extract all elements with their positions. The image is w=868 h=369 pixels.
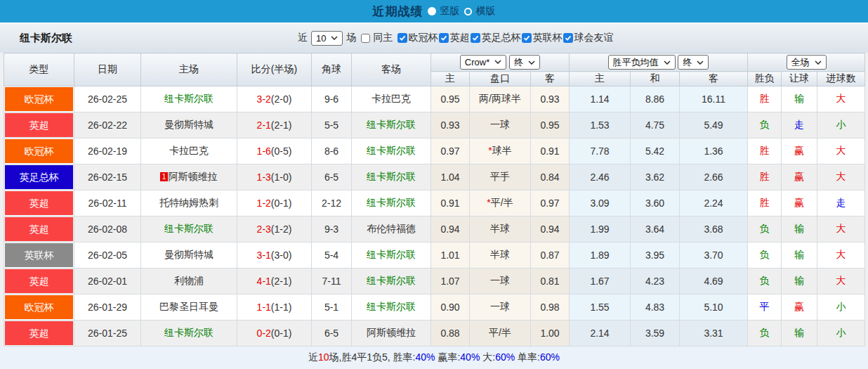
home-team-name: 纽卡斯尔联 — [164, 93, 213, 104]
summary-part: 近 — [308, 351, 318, 363]
avg-home-cell: 1.55 — [570, 294, 631, 321]
odds-home-cell: 0.93 — [431, 112, 470, 138]
table-row: 英超 26-02-22 曼彻斯特城 2-1(2-1) 5-5 纽卡斯尔联 0.9… — [4, 112, 865, 138]
summary-part: 10 — [318, 351, 329, 363]
avg-home-cell: 2.46 — [570, 164, 631, 190]
score-cell: 3-2(2-0) — [237, 86, 312, 112]
period-select[interactable]: 全场 — [787, 55, 827, 70]
halftime-score: (0-5) — [271, 145, 292, 157]
competition-label: 英超 — [449, 32, 469, 44]
date-cell: 26-02-22 — [74, 112, 141, 138]
layout-radio-horizontal-label[interactable]: 横版 — [476, 5, 496, 18]
avg-select[interactable]: 胜平负均值 — [608, 55, 676, 70]
same-home-label: 同主 — [373, 32, 393, 44]
avg-draw-cell: 3.59 — [631, 321, 680, 347]
bookmaker-select[interactable]: Crow* — [460, 55, 506, 70]
odds-away-cell: 1.00 — [531, 321, 570, 347]
halftime-score: (3-0) — [271, 250, 292, 261]
summary-bar: 近10场,胜4平1负5, 胜率:40% 赢率:40% 大:60% 单率:60% — [0, 347, 868, 369]
avg-away-cell: 1.36 — [680, 138, 748, 164]
competition-checkbox[interactable] — [471, 33, 480, 43]
handicap-text: 两/两球半 — [479, 93, 521, 104]
avg-home-cell: 7.78 — [570, 138, 631, 164]
competition-checkbox[interactable] — [522, 33, 532, 43]
odds-home-cell: 0.90 — [431, 294, 470, 321]
result-goals-cell: 大 — [817, 268, 865, 294]
away-team-name: 纽卡斯尔联 — [367, 119, 416, 130]
home-team-cell: 曼彻斯特城 — [141, 242, 237, 268]
away-team-name: 纽卡斯尔联 — [367, 171, 416, 182]
avg-draw-cell: 4.83 — [631, 294, 680, 321]
competition-label: 英联杯 — [532, 32, 562, 44]
filter-controls: 近 10 场 同主 欧冠杯英超英足总杯英联杯球会友谊 — [298, 31, 613, 46]
recent-label: 近 — [298, 32, 308, 44]
result-goals-cell: 大 — [817, 164, 865, 190]
fulltime-score: 2-3 — [257, 224, 271, 235]
bookmaker-state-select[interactable]: 终 — [509, 55, 540, 70]
title-bar: 近期战绩 竖版 横版 — [0, 0, 868, 22]
odds-home-cell: 0.97 — [431, 138, 470, 164]
handicap-text: 一球 — [490, 275, 510, 286]
odds-home-cell: 0.91 — [431, 190, 470, 216]
layout-radio-vertical[interactable] — [428, 7, 436, 15]
result-handicap-cell: 赢 — [782, 138, 817, 164]
same-home-checkbox[interactable] — [361, 34, 370, 43]
header-away: 客场 — [352, 53, 431, 86]
halftime-score: (1-2) — [271, 224, 292, 235]
header-corner: 角球 — [312, 53, 352, 86]
header-score: 比分(半场) — [237, 53, 312, 86]
table-row: 欧冠杯 26-02-25 纽卡斯尔联 3-2(2-0) 9-6 卡拉巴克 0.9… — [4, 86, 865, 112]
away-team-cell: 纽卡斯尔联 — [352, 294, 431, 321]
odds-home-cell: 1.04 — [431, 164, 470, 190]
filter-bar: 纽卡斯尔联 近 10 场 同主 欧冠杯英超英足总杯英联杯球会友谊 — [0, 22, 868, 53]
handicap-text: 一球 — [490, 119, 510, 130]
away-team-name: 卡拉巴克 — [371, 93, 411, 104]
summary-part: 40% — [460, 351, 480, 363]
handicap-text: 一球 — [490, 301, 510, 312]
halftime-score: (2-1) — [271, 119, 292, 131]
home-team-cell: 纽卡斯尔联 — [141, 321, 237, 347]
away-team-cell: 纽卡斯尔联 — [352, 164, 431, 190]
result-goals-cell: 小 — [817, 294, 865, 321]
date-cell: 26-01-29 — [74, 294, 141, 321]
competition-filter: 欧冠杯 — [397, 32, 438, 44]
competition-checkbox[interactable] — [563, 33, 573, 43]
odds-home-cell: 0.88 — [431, 321, 470, 347]
chevron-down-icon — [528, 60, 535, 65]
avg-state-select[interactable]: 终 — [678, 55, 709, 70]
corner-cell: 5-5 — [312, 112, 352, 138]
avg-home-cell: 1.14 — [570, 86, 631, 112]
header-type: 类型 — [4, 53, 74, 86]
header-home: 主场 — [141, 53, 237, 86]
corner-cell: 8-6 — [312, 138, 352, 164]
avg-draw-cell: 4.75 — [631, 112, 680, 138]
summary-part: 赢率: — [435, 351, 461, 363]
competition-checkbox[interactable] — [439, 33, 449, 43]
away-team-name: 纽卡斯尔联 — [367, 145, 416, 156]
competition-checkbox[interactable] — [397, 33, 407, 43]
match-count-select[interactable]: 10 — [311, 31, 343, 46]
layout-radio-horizontal[interactable] — [464, 8, 472, 15]
halftime-score: (0-1) — [271, 328, 292, 339]
header-date: 日期 — [74, 53, 141, 86]
result-winloss-cell: 平 — [748, 294, 782, 321]
competition-badge: 英超 — [5, 191, 73, 215]
result-winloss-cell: 胜 — [748, 190, 782, 216]
result-winloss-cell: 负 — [748, 321, 782, 347]
away-team-cell: 卡拉巴克 — [352, 86, 431, 112]
team-name: 纽卡斯尔联 — [20, 32, 72, 45]
summary-part: 大: — [480, 351, 495, 363]
fulltime-score: 3-1 — [257, 250, 271, 261]
date-cell: 26-02-11 — [74, 190, 141, 216]
away-team-cell: 纽卡斯尔联 — [352, 268, 431, 294]
avg-away-cell: 5.10 — [680, 294, 748, 321]
table-row: 欧冠杯 26-01-29 巴黎圣日耳曼 1-1(1-1) 5-1 纽卡斯尔联 0… — [4, 294, 865, 321]
summary-part: 40% — [416, 351, 435, 363]
layout-radio-vertical-label[interactable]: 竖版 — [440, 5, 460, 18]
home-team-cell: 纽卡斯尔联 — [141, 216, 237, 242]
handicap-text: 半球 — [490, 249, 510, 260]
score-cell: 3-1(3-0) — [237, 242, 312, 268]
away-team-name: 布伦特福德 — [367, 223, 416, 234]
handicap-cell: 一球 — [470, 112, 531, 138]
header-avg-away: 客 — [680, 72, 748, 86]
